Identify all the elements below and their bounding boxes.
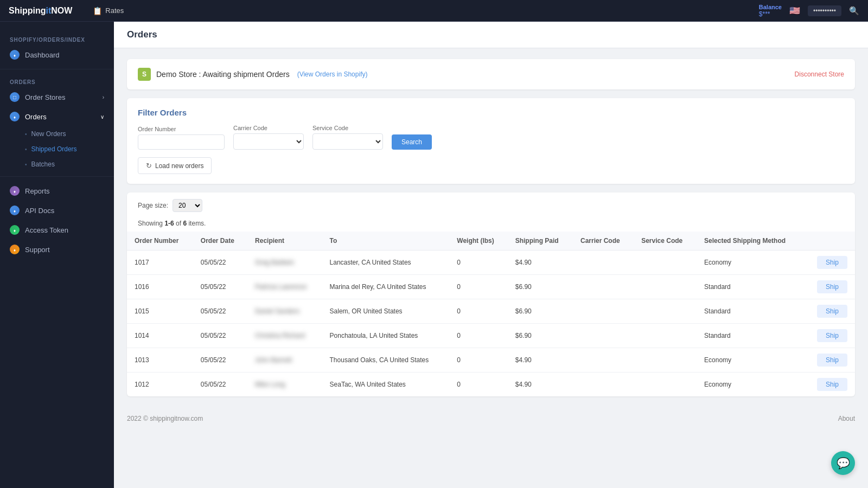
ship-button[interactable]: Ship (817, 354, 847, 367)
order-stores-icon: □ (10, 92, 20, 102)
sidebar-item-shipped-orders[interactable]: Shipped Orders (25, 142, 114, 157)
view-orders-shopify-link[interactable]: (View Orders in Shopify) (297, 70, 368, 78)
cell-service-code (634, 251, 697, 275)
cell-shipping-paid: $4.90 (508, 348, 573, 373)
shopify-icon: S (138, 68, 151, 81)
cell-weight: 0 (449, 324, 507, 348)
service-code-label: Service Code (312, 125, 383, 131)
showing-range: 1-6 (164, 220, 176, 227)
ship-button[interactable]: Ship (817, 329, 847, 342)
sidebar-item-new-orders[interactable]: New Orders (25, 126, 114, 142)
sidebar-breadcrumb: SHOPIFY/ORDERS/INDEX (0, 31, 114, 45)
disconnect-store-button[interactable]: Disconnect Store (795, 70, 844, 78)
cell-shipping-method: Economy (697, 348, 804, 373)
carrier-code-select[interactable] (233, 133, 304, 150)
table-row: 1014 05/05/22 Christina Richard Ponchato… (127, 324, 855, 348)
sidebar-new-orders-label: New Orders (31, 130, 66, 138)
cell-recipient: Christina Richard (247, 324, 322, 348)
cell-weight: 0 (449, 299, 507, 324)
cell-order-date: 05/05/22 (193, 251, 247, 275)
cell-carrier-code (573, 251, 634, 275)
filter-title: Filter Orders (138, 108, 844, 117)
sidebar-support-label: Support (25, 246, 50, 254)
footer-about-link[interactable]: About (838, 415, 855, 422)
cell-service-code (634, 299, 697, 324)
sidebar-divider-1 (0, 69, 114, 69)
showing-suffix: items. (188, 220, 206, 227)
cell-service-code (634, 275, 697, 299)
sidebar-reports-label: Reports (25, 187, 50, 195)
search-icon[interactable]: 🔍 (849, 6, 859, 16)
cell-recipient: Mike Long (247, 373, 322, 397)
cell-weight: 0 (449, 251, 507, 275)
page-size-select[interactable]: 20 50 100 (173, 199, 202, 212)
sidebar-item-order-stores[interactable]: □ Order Stores › (0, 87, 114, 107)
page-header: Orders (114, 22, 868, 48)
cell-shipping-method: Economy (697, 373, 804, 397)
cell-weight: 0 (449, 373, 507, 397)
ship-button[interactable]: Ship (817, 280, 847, 293)
chat-bubble-button[interactable]: 💬 (831, 451, 855, 475)
table-header: Order Number Order Date Recipient To Wei… (127, 232, 855, 251)
cell-shipping-method: Economy (697, 251, 804, 275)
topnav-right: Balance $*** 🇺🇸 •••••••••• 🔍 (759, 4, 859, 18)
ship-button[interactable]: Ship (817, 378, 847, 391)
cell-shipping-paid: $6.90 (508, 275, 573, 299)
table-row: 1015 05/05/22 Daniel Sanders Salem, OR U… (127, 299, 855, 324)
col-action (804, 232, 855, 251)
sidebar-orders-label: Orders (25, 113, 47, 121)
col-recipient: Recipient (247, 232, 322, 251)
footer-copyright: 2022 © shippingitnow.com (127, 415, 203, 422)
sidebar-batches-label: Batches (31, 160, 55, 168)
search-button[interactable]: Search (392, 134, 432, 150)
table-row: 1017 05/05/22 Greg Baldwin Lancaster, CA… (127, 251, 855, 275)
cell-to: Ponchatoula, LA United States (322, 324, 450, 348)
sidebar-item-dashboard[interactable]: ⬧ Dashboard (0, 45, 114, 65)
cell-ship-action: Ship (804, 324, 855, 348)
service-code-select[interactable] (312, 133, 383, 150)
main-content: Orders S Demo Store : Awaiting shipment … (114, 22, 868, 488)
cell-ship-action: Ship (804, 251, 855, 275)
sidebar-item-reports[interactable]: ⬧ Reports (0, 181, 114, 201)
ship-button[interactable]: Ship (817, 305, 847, 318)
table-row: 1012 05/05/22 Mike Long SeaTac, WA Unite… (127, 373, 855, 397)
dashboard-icon: ⬧ (10, 50, 20, 60)
content-area: S Demo Store : Awaiting shipment Orders … (114, 48, 868, 407)
table-row: 1016 05/05/22 Patricia Lawrence Marina d… (127, 275, 855, 299)
ship-button[interactable]: Ship (817, 256, 847, 269)
load-new-orders-button[interactable]: ↻ Load new orders (138, 157, 212, 174)
user-display[interactable]: •••••••••• (808, 5, 841, 16)
sidebar-item-access-token[interactable]: ⬧ Access Token (0, 220, 114, 240)
cell-carrier-code (573, 299, 634, 324)
cell-ship-action: Ship (804, 373, 855, 397)
cell-order-date: 05/05/22 (193, 299, 247, 324)
cell-order-date: 05/05/22 (193, 324, 247, 348)
app-logo: ShippingitNOW (9, 6, 72, 16)
sidebar-item-orders[interactable]: ⬧ Orders ∨ (0, 107, 114, 126)
cell-to: SeaTac, WA United States (322, 373, 450, 397)
reports-icon: ⬧ (10, 186, 20, 196)
cell-to: Thousand Oaks, CA United States (322, 348, 450, 373)
col-to: To (322, 232, 450, 251)
carrier-code-label: Carrier Code (233, 125, 304, 131)
cell-service-code (634, 324, 697, 348)
cell-weight: 0 (449, 275, 507, 299)
support-icon: ⬧ (10, 245, 20, 254)
cell-shipping-method: Standard (697, 299, 804, 324)
col-weight: Weight (lbs) (449, 232, 507, 251)
sidebar-item-api-docs[interactable]: ⬧ API Docs (0, 201, 114, 220)
tab-rates[interactable]: 📋 Rates (85, 3, 131, 18)
order-number-input[interactable] (138, 134, 225, 150)
cell-to: Marina del Rey, CA United States (322, 275, 450, 299)
sidebar-item-support[interactable]: ⬧ Support (0, 240, 114, 259)
cell-order-number: 1013 (127, 348, 193, 373)
sidebar: SHOPIFY/ORDERS/INDEX ⬧ Dashboard ORDERS … (0, 22, 114, 488)
table-row: 1013 05/05/22 John Barnett Thousand Oaks… (127, 348, 855, 373)
sidebar-divider-2 (0, 176, 114, 177)
chevron-icon: › (103, 94, 104, 100)
col-service-code: Service Code (634, 232, 697, 251)
sidebar-orders-submenu: New Orders Shipped Orders Batches (0, 126, 114, 172)
sidebar-shipped-orders-label: Shipped Orders (31, 145, 77, 153)
sidebar-item-batches[interactable]: Batches (25, 157, 114, 172)
cell-to: Salem, OR United States (322, 299, 450, 324)
